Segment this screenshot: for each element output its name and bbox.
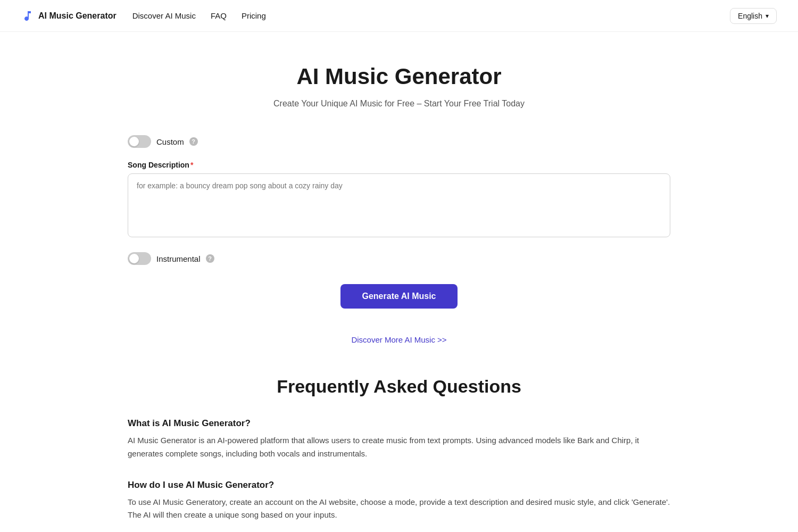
instrumental-toggle-track — [128, 252, 151, 265]
instrumental-help-icon[interactable]: ? — [206, 254, 214, 263]
song-description-label: Song Description* — [128, 161, 670, 169]
faq-answer-1: To use AI Music Generatory, create an ac… — [128, 496, 670, 522]
navbar: AI Music Generator Discover AI Music FAQ… — [0, 0, 798, 32]
nav-pricing[interactable]: Pricing — [242, 11, 266, 20]
nav-discover[interactable]: Discover AI Music — [132, 11, 196, 20]
faq-answer-0: AI Music Generator is an AI-powered plat… — [128, 434, 670, 461]
instrumental-toggle-thumb — [129, 254, 139, 263]
custom-label: Custom — [156, 137, 184, 146]
faq-item-0: What is AI Music Generator? AI Music Gen… — [128, 418, 670, 461]
instrumental-toggle-row: Instrumental ? — [128, 252, 670, 265]
custom-toggle-thumb — [129, 137, 139, 146]
faq-question-1: How do I use AI Music Generator? — [128, 480, 670, 491]
nav-links: Discover AI Music FAQ Pricing — [132, 11, 730, 21]
music-form: Custom ? Song Description* Instrumental … — [128, 135, 670, 344]
instrumental-label: Instrumental — [156, 254, 201, 263]
logo-text: AI Music Generator — [38, 11, 117, 21]
logo-icon — [21, 10, 34, 22]
hero-subtitle: Create Your Unique AI Music for Free – S… — [128, 99, 670, 109]
faq-item-1: How do I use AI Music Generator? To use … — [128, 480, 670, 522]
discover-more-link[interactable]: Discover More AI Music >> — [128, 335, 670, 344]
custom-help-icon[interactable]: ? — [189, 137, 198, 146]
required-indicator: * — [190, 161, 193, 169]
language-button[interactable]: English ▾ — [730, 8, 777, 24]
faq-title: Frequently Asked Questions — [128, 376, 670, 397]
hero-title: AI Music Generator — [128, 64, 670, 89]
faq-question-0: What is AI Music Generator? — [128, 418, 670, 429]
nav-faq[interactable]: FAQ — [211, 11, 227, 20]
language-label: English — [738, 12, 762, 20]
custom-toggle-row: Custom ? — [128, 135, 670, 148]
main-content: AI Music Generator Create Your Unique AI… — [106, 32, 692, 532]
faq-section: Frequently Asked Questions What is AI Mu… — [128, 376, 670, 532]
chevron-down-icon: ▾ — [766, 12, 769, 20]
custom-toggle[interactable] — [128, 135, 151, 148]
custom-toggle-track — [128, 135, 151, 148]
generate-button[interactable]: Generate AI Music — [340, 284, 457, 309]
instrumental-toggle[interactable] — [128, 252, 151, 265]
song-description-input[interactable] — [128, 173, 670, 237]
logo-link[interactable]: AI Music Generator — [21, 10, 117, 22]
